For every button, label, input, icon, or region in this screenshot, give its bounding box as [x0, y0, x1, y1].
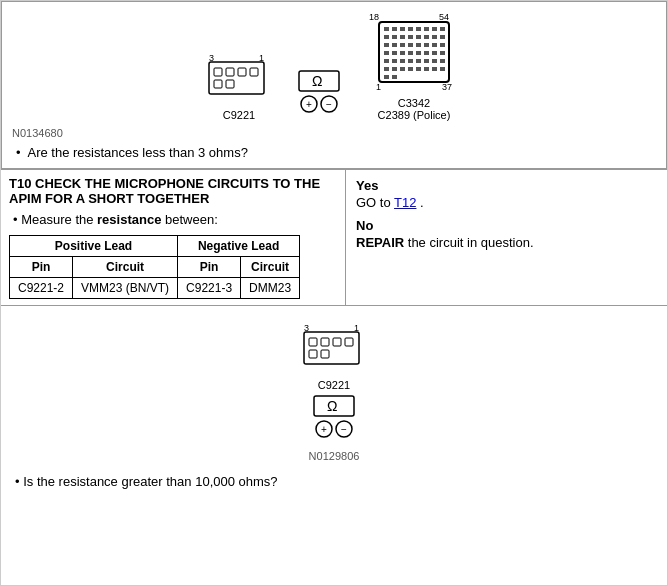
svg-rect-72 — [304, 332, 359, 364]
svg-rect-21 — [408, 27, 413, 31]
negative-lead-header: Negative Lead — [178, 236, 300, 257]
svg-rect-22 — [416, 27, 421, 31]
svg-rect-74 — [321, 338, 329, 346]
left-panel: T10 CHECK THE MICROPHONE CIRCUITS TO THE… — [1, 169, 346, 305]
c3342-diagram: 18 54 — [364, 10, 464, 95]
c9221-diagram: 3 1 — [204, 52, 274, 107]
pos-pin-cell: C9221-2 — [10, 278, 73, 299]
svg-text:+: + — [321, 424, 327, 435]
no-action: REPAIR the circuit in question. — [356, 235, 657, 250]
svg-rect-73 — [309, 338, 317, 346]
svg-rect-49 — [440, 51, 445, 55]
svg-rect-53 — [408, 59, 413, 63]
svg-rect-78 — [321, 350, 329, 358]
svg-rect-46 — [416, 51, 421, 55]
neg-pin-header: Pin — [178, 257, 241, 278]
neg-circuit-cell: DMM23 — [241, 278, 300, 299]
bottom-ohm-meter-diagram: Ω + − — [309, 391, 359, 446]
svg-text:+: + — [306, 99, 312, 110]
svg-rect-65 — [440, 67, 445, 71]
svg-text:37: 37 — [442, 82, 452, 92]
svg-rect-51 — [392, 59, 397, 63]
svg-rect-5 — [214, 80, 222, 88]
svg-rect-75 — [333, 338, 341, 346]
svg-rect-31 — [424, 35, 429, 39]
svg-rect-60 — [400, 67, 405, 71]
yes-action: GO to T12 . — [356, 195, 657, 210]
t10-section: T10 CHECK THE MICROPHONE CIRCUITS TO THE… — [1, 169, 667, 305]
bottom-question-text: Is the resistance greater than 10,000 oh… — [23, 474, 277, 489]
t12-link[interactable]: T12 — [394, 195, 416, 210]
top-question-text: Are the resistances less than 3 ohms? — [27, 145, 247, 160]
pos-pin-header: Pin — [10, 257, 73, 278]
svg-rect-44 — [400, 51, 405, 55]
pos-circuit-header: Circuit — [73, 257, 178, 278]
svg-rect-6 — [226, 80, 234, 88]
svg-rect-43 — [392, 51, 397, 55]
svg-rect-63 — [424, 67, 429, 71]
svg-rect-41 — [440, 43, 445, 47]
svg-rect-3 — [238, 68, 246, 76]
svg-rect-23 — [424, 27, 429, 31]
svg-rect-42 — [384, 51, 389, 55]
svg-rect-54 — [416, 59, 421, 63]
svg-rect-26 — [384, 35, 389, 39]
svg-rect-25 — [440, 27, 445, 31]
svg-rect-50 — [384, 59, 389, 63]
c3342-connector-group: 18 54 — [364, 10, 464, 121]
svg-rect-67 — [392, 75, 397, 79]
svg-text:1: 1 — [376, 82, 381, 92]
svg-text:1: 1 — [259, 53, 264, 63]
bottom-c9221-diagram: 3 1 — [299, 322, 369, 377]
svg-rect-4 — [250, 68, 258, 76]
measure-line: • Measure the resistance between: — [9, 212, 337, 227]
neg-circuit-header: Circuit — [241, 257, 300, 278]
svg-rect-34 — [384, 43, 389, 47]
svg-text:Ω: Ω — [327, 398, 337, 414]
bottom-images: 3 1 C9221 Ω + − N0129806 — [299, 322, 369, 462]
svg-rect-48 — [432, 51, 437, 55]
svg-rect-28 — [400, 35, 405, 39]
svg-rect-64 — [432, 67, 437, 71]
top-note-label: N0134680 — [12, 127, 63, 139]
c9221-label: C9221 — [223, 109, 255, 121]
svg-rect-40 — [432, 43, 437, 47]
svg-rect-76 — [345, 338, 353, 346]
svg-rect-47 — [424, 51, 429, 55]
svg-rect-52 — [400, 59, 405, 63]
no-label: No — [356, 218, 657, 233]
svg-rect-57 — [440, 59, 445, 63]
svg-rect-59 — [392, 67, 397, 71]
svg-rect-20 — [400, 27, 405, 31]
svg-text:18: 18 — [369, 12, 379, 22]
yes-label: Yes — [356, 178, 657, 193]
positive-lead-header: Positive Lead — [10, 236, 178, 257]
svg-rect-66 — [384, 75, 389, 79]
svg-text:3: 3 — [209, 53, 214, 63]
bottom-section: 3 1 C9221 Ω + − N0129806 — [1, 305, 667, 497]
ohm-meter-diagram: Ω + − — [294, 66, 344, 121]
table-row: C9221-2 VMM23 (BN/VT) C9221-3 DMM23 — [10, 278, 300, 299]
svg-rect-27 — [392, 35, 397, 39]
svg-rect-45 — [408, 51, 413, 55]
svg-rect-19 — [392, 27, 397, 31]
pos-circuit-cell: VMM23 (BN/VT) — [73, 278, 178, 299]
svg-rect-30 — [416, 35, 421, 39]
svg-rect-24 — [432, 27, 437, 31]
bottom-c9221-label: C9221 — [318, 379, 350, 391]
c3342-label: C3342 C2389 (Police) — [378, 97, 451, 121]
measure-text: Measure the resistance between: — [21, 212, 218, 227]
svg-rect-39 — [424, 43, 429, 47]
c9221-connector-group: 3 1 C9221 — [204, 52, 274, 121]
svg-rect-33 — [440, 35, 445, 39]
right-panel: Yes GO to T12 . No REPAIR the circuit in… — [346, 169, 667, 305]
svg-rect-61 — [408, 67, 413, 71]
section-title: T10 CHECK THE MICROPHONE CIRCUITS TO THE… — [9, 176, 337, 206]
svg-rect-1 — [214, 68, 222, 76]
svg-text:−: − — [326, 99, 332, 110]
top-question-line: • Are the resistances less than 3 ohms? — [12, 145, 248, 160]
svg-rect-17 — [379, 22, 449, 82]
svg-rect-32 — [432, 35, 437, 39]
bottom-question: • Is the resistance greater than 10,000 … — [11, 474, 278, 489]
svg-rect-56 — [432, 59, 437, 63]
